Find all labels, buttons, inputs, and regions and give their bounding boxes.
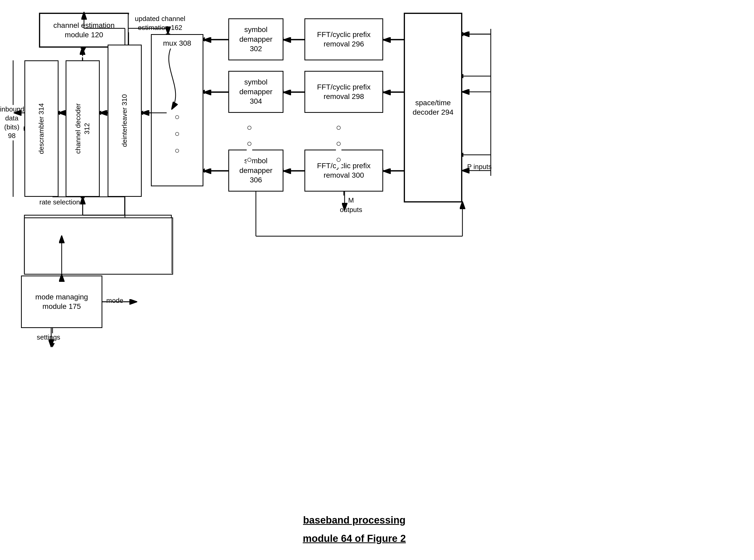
updated-channel-label: updated channelestimation 162 (128, 15, 192, 32)
m-outputs-label: Moutputs (340, 196, 362, 215)
mode-label: mode (106, 297, 123, 305)
diagram-container: channel estimationmodule 120 descrambler… (0, 0, 754, 560)
settings-label: settings (37, 333, 60, 341)
inbound-data-label: inbound data(bits) 98 (0, 105, 24, 140)
fft-300-box: FFT/cyclic prefixremoval 300 (304, 149, 383, 192)
channel-decoder-box: channel decoder312 (66, 60, 100, 197)
symbol-demapper-302-box: symboldemapper302 (228, 18, 283, 60)
dots-demapper: ○○○ (247, 119, 252, 168)
caption-line2: module 64 of Figure 2 (236, 533, 472, 544)
fft-296-box: FFT/cyclic prefixremoval 296 (304, 18, 383, 60)
descrambler-box: descrambler 314 (24, 60, 59, 197)
svg-marker-55 (51, 343, 55, 347)
svg-marker-51 (131, 300, 135, 304)
channel-estimation-box: channel estimationmodule 120 (39, 13, 128, 47)
symbol-demapper-304-box: symboldemapper304 (228, 71, 283, 113)
deinterleaver-box: deinterleaver 310 (107, 45, 142, 197)
mux-box: mux 308 ○○○ (151, 34, 203, 186)
symbol-demapper-306-box: symboldemapper306 (228, 149, 283, 192)
caption-line1: baseband processing (236, 515, 472, 526)
rate-selection-box (24, 218, 171, 276)
rate-selection-label: rate selection (39, 198, 80, 206)
p-inputs-label: P inputs (467, 163, 492, 171)
space-time-decoder-box: space/timedecoder 294 (404, 13, 462, 202)
svg-marker-38 (82, 47, 86, 51)
dots-fft: ○○○ (336, 119, 341, 168)
fft-298-box: FFT/cyclic prefixremoval 298 (304, 71, 383, 113)
mode-managing-box: mode managingmodule 175 (21, 276, 102, 328)
